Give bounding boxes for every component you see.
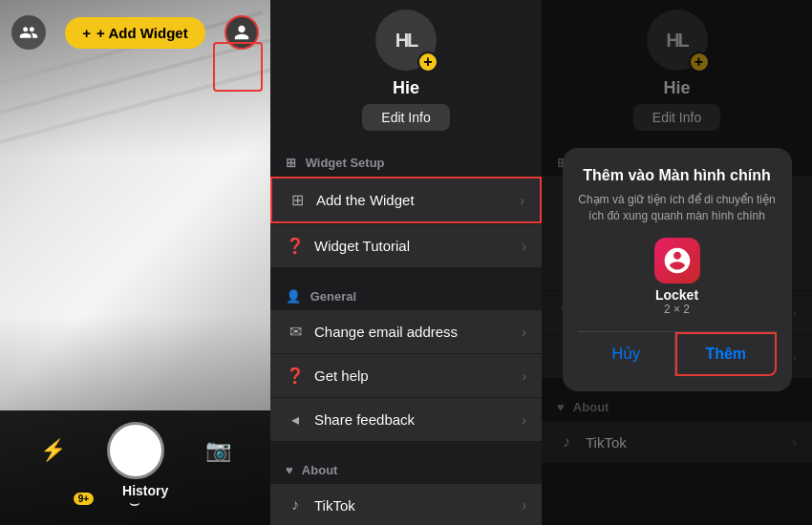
widget-tutorial-left: ❓ Widget Tutorial xyxy=(286,237,410,255)
history-section[interactable]: 9+ History ⌣ xyxy=(102,483,169,506)
widget-tutorial-menu-item[interactable]: ❓ Widget Tutorial › xyxy=(270,224,542,267)
change-email-left: ✉ Change email address xyxy=(286,323,458,341)
tiktok-menu-item[interactable]: ♪ TikTok › xyxy=(270,484,542,525)
change-email-menu-item[interactable]: ✉ Change email address › xyxy=(270,310,542,353)
bottom-icons-row: ⚡ 📷 xyxy=(0,422,270,479)
avatar-container: HL + xyxy=(375,10,437,71)
add-widget-left: ⊞ Add the Widget xyxy=(288,191,415,209)
profile-button[interactable] xyxy=(224,15,259,50)
help-icon: ❓ xyxy=(286,367,305,385)
tiktok-left: ♪ TikTok xyxy=(286,496,355,514)
add-widget-menu-icon: ⊞ xyxy=(288,191,307,209)
add-widget-icon: + xyxy=(82,25,91,41)
avatar-initials: HL xyxy=(395,30,417,52)
email-icon: ✉ xyxy=(286,323,305,341)
edit-info-button[interactable]: Edit Info xyxy=(362,104,449,131)
general-section-label: 👤 General xyxy=(270,276,542,309)
camera-panel: + + Add Widget ⚡ 📷 9+ History ⌣ xyxy=(0,0,270,525)
modal-actions: Hủy Thêm xyxy=(578,331,777,376)
tiktok-icon: ♪ xyxy=(286,496,305,514)
share-feedback-left: ◂ Share feedback xyxy=(286,410,415,429)
get-help-menu-item[interactable]: ❓ Get help › xyxy=(270,354,542,397)
modal-overlay: Thêm vào Màn hình chính Chạm và giữ tiện… xyxy=(542,0,812,525)
modal-app-name: Locket xyxy=(655,287,698,303)
get-help-left: ❓ Get help xyxy=(286,367,369,385)
add-widget-menu-text: Add the Widget xyxy=(316,192,415,208)
modal-app-size: 2 × 2 xyxy=(664,303,690,316)
add-to-home-modal: Thêm vào Màn hình chính Chạm và giữ tiện… xyxy=(563,148,792,391)
add-widget-menu-item[interactable]: ⊞ Add the Widget › xyxy=(270,177,542,223)
add-widget-button[interactable]: + + Add Widget xyxy=(65,17,204,49)
friends-button[interactable] xyxy=(11,15,46,50)
tiktok-chevron: › xyxy=(522,497,526,513)
settings-panel: HL + Hie Edit Info ⊞ Widget Setup ⊞ Add … xyxy=(270,0,542,525)
modal-description: Chạm và giữ tiện ích để di chuyển tiện í… xyxy=(578,192,777,224)
capture-button[interactable] xyxy=(107,422,164,479)
share-feedback-menu-item[interactable]: ◂ Share feedback › xyxy=(270,398,542,441)
widget-tutorial-text: Widget Tutorial xyxy=(314,238,410,254)
get-help-chevron: › xyxy=(522,368,526,384)
modal-app-icon xyxy=(654,238,700,284)
history-badge: 9+ xyxy=(74,493,94,505)
modal-app-info: Locket 2 × 2 xyxy=(578,238,777,316)
change-email-chevron: › xyxy=(522,325,526,340)
divider-1 xyxy=(270,268,542,276)
widget-tutorial-icon: ❓ xyxy=(286,237,305,255)
avatar-plus-button[interactable]: + xyxy=(417,52,438,73)
widget-tutorial-chevron: › xyxy=(522,239,526,254)
modal-cancel-button[interactable]: Hủy xyxy=(578,332,676,376)
about-section-label: ♥ About xyxy=(270,450,542,483)
change-email-text: Change email address xyxy=(314,324,458,340)
profile-name: Hie xyxy=(393,78,419,98)
camera-switch-button[interactable]: 📷 xyxy=(205,438,231,463)
modal-panel: HL + Hie Edit Info ⊞ Widget S... ❓ Get h… xyxy=(542,0,812,525)
widget-setup-section-label: ⊞ Widget Setup xyxy=(270,142,542,176)
flash-button[interactable]: ⚡ xyxy=(40,438,66,463)
add-widget-chevron: › xyxy=(520,193,524,208)
share-feedback-text: Share feedback xyxy=(314,411,415,428)
tiktok-text: TikTok xyxy=(314,497,355,514)
divider-2 xyxy=(270,442,542,450)
modal-title: Thêm vào Màn hình chính xyxy=(578,167,777,184)
modal-add-button[interactable]: Thêm xyxy=(675,332,777,376)
get-help-text: Get help xyxy=(314,368,369,384)
bottom-nav: ⚡ 📷 9+ History ⌣ xyxy=(0,410,270,525)
feedback-icon: ◂ xyxy=(286,410,305,429)
profile-section: HL + Hie Edit Info xyxy=(270,0,542,142)
add-widget-label: + Add Widget xyxy=(96,25,188,41)
share-feedback-chevron: › xyxy=(522,412,526,428)
top-bar: + + Add Widget xyxy=(0,15,270,50)
history-dot: ⌣ xyxy=(129,500,140,506)
